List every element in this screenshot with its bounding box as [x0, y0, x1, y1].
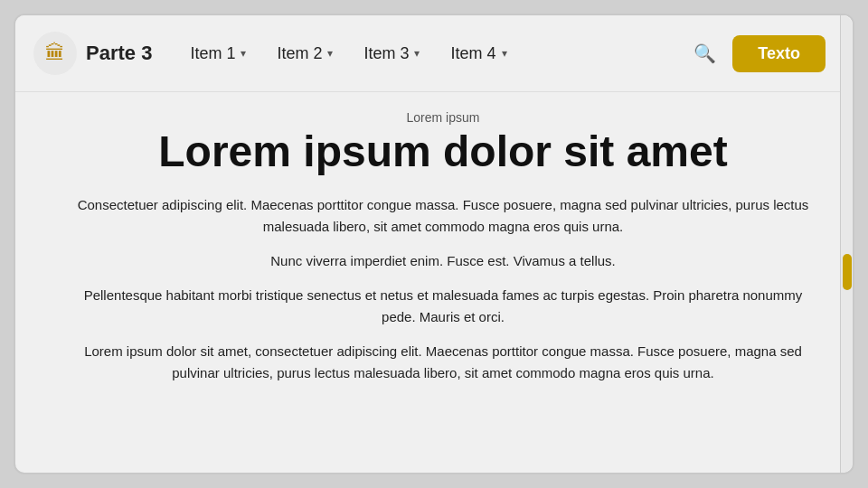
section-label: Lorem ipsum: [70, 110, 816, 125]
brand: 🏛 Parte 3: [33, 32, 152, 75]
nav-item-1[interactable]: Item 1 ▾: [179, 39, 257, 69]
nav-actions: 🔍 Texto: [688, 35, 826, 72]
paragraph-1: Consectetuer adipiscing elit. Maecenas p…: [70, 194, 816, 238]
nav-items: Item 1 ▾ Item 2 ▾ Item 3 ▾ Item 4 ▾: [179, 39, 688, 69]
brand-icon: 🏛: [33, 32, 77, 75]
cta-button[interactable]: Texto: [732, 35, 826, 72]
chevron-down-icon: ▾: [241, 47, 246, 60]
nav-item-4-label: Item 4: [450, 44, 495, 63]
nav-item-4[interactable]: Item 4 ▾: [439, 39, 517, 69]
nav-item-2-label: Item 2: [277, 44, 322, 63]
nav-item-3-label: Item 3: [363, 44, 409, 63]
scrollbar-thumb[interactable]: [843, 254, 852, 290]
hero-title: Lorem ipsum dolor sit amet: [70, 128, 816, 176]
brand-name: Parte 3: [86, 42, 152, 65]
main-content: Lorem ipsum Lorem ipsum dolor sit amet C…: [15, 92, 853, 473]
paragraph-4: Lorem ipsum dolor sit amet, consectetuer…: [70, 341, 816, 384]
scrollbar-track[interactable]: [840, 15, 853, 473]
search-button[interactable]: 🔍: [688, 37, 722, 70]
nav-item-1-label: Item 1: [190, 44, 235, 63]
chevron-down-icon: ▾: [327, 47, 333, 60]
chevron-down-icon: ▾: [502, 47, 507, 60]
page-wrapper: 🏛 Parte 3 Item 1 ▾ Item 2 ▾ Item 3 ▾ Ite…: [14, 14, 854, 474]
nav-item-2[interactable]: Item 2 ▾: [266, 39, 344, 69]
paragraph-2: Nunc viverra imperdiet enim. Fusce est. …: [70, 250, 816, 272]
chevron-down-icon: ▾: [414, 47, 420, 60]
paragraph-3: Pellentesque habitant morbi tristique se…: [70, 285, 816, 328]
navbar: 🏛 Parte 3 Item 1 ▾ Item 2 ▾ Item 3 ▾ Ite…: [15, 15, 853, 92]
nav-item-3[interactable]: Item 3 ▾: [353, 39, 430, 69]
